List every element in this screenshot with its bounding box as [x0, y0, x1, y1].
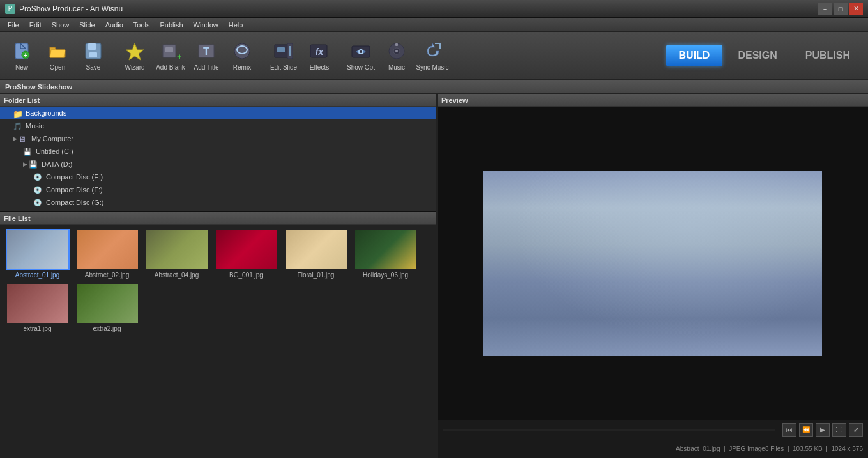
music-icon	[385, 40, 408, 63]
folder-open-icon: 📁	[13, 109, 23, 117]
toolbar-sep-2	[263, 40, 263, 72]
show-opt-button[interactable]: Show Opt	[344, 34, 377, 76]
menu-file[interactable]: File	[3, 20, 24, 30]
folder-item-drive-c[interactable]: 💾 Untitled (C:)	[0, 145, 436, 158]
folder-item-cdrom-g[interactable]: 💿 Compact Disc (G:)	[0, 196, 436, 209]
svg-rect-4	[88, 43, 96, 50]
edit-slide-icon	[272, 40, 295, 63]
svg-text:T: T	[203, 46, 209, 57]
computer-icon: 🖥	[19, 135, 29, 142]
design-button[interactable]: DESIGN	[725, 45, 789, 66]
folder-item-cdrom-f[interactable]: 💿 Compact Disc (F:)	[0, 183, 436, 196]
thumb-label-floral01: Floral_01.jpg	[296, 270, 336, 280]
folder-item-my-computer[interactable]: ▶ 🖥 My Computer	[0, 132, 436, 145]
wizard-icon	[123, 40, 146, 63]
show-opt-label: Show Opt	[347, 64, 375, 71]
folder-item-cdrom-e[interactable]: 💿 Compact Disc (E:)	[0, 171, 436, 183]
prev-slide-button[interactable]: ⏮	[782, 423, 796, 437]
thumb-label-extra2: extra2.jpg	[92, 324, 123, 333]
preview-image	[483, 171, 822, 356]
play-button[interactable]: ▶	[816, 423, 830, 437]
menu-help[interactable]: Help	[224, 20, 248, 30]
menu-tools[interactable]: Tools	[128, 20, 155, 30]
file-holidays06[interactable]: Holidays_06.jpg	[352, 229, 419, 280]
thumb-img-abstract01	[6, 229, 70, 270]
folder-item-music[interactable]: 🎵 Music	[0, 119, 436, 132]
svg-text:+: +	[177, 52, 181, 61]
app-title: ProShow Slideshow	[5, 83, 72, 91]
menu-audio[interactable]: Audio	[100, 20, 128, 30]
svg-marker-6	[126, 43, 144, 60]
menu-edit[interactable]: Edit	[24, 20, 47, 30]
zoom-button[interactable]: ⤢	[849, 423, 863, 437]
titlebar: P ProShow Producer - Ari Wisnu − □ ✕	[0, 0, 868, 18]
folder-item-drive-d[interactable]: ▶ 💾 DATA (D:)	[0, 158, 436, 171]
add-title-button[interactable]: T Add Title	[190, 34, 223, 76]
preview-controls: ⏮ ⏪ ▶ ⛶ ⤢	[438, 420, 868, 439]
sync-music-button[interactable]: Sync Music	[416, 34, 449, 76]
build-button[interactable]: BUILD	[666, 45, 723, 66]
thumb-img-holidays06	[354, 229, 418, 270]
thumb-label-abstract01: Abstract_01.jpg	[14, 270, 61, 280]
top-right-buttons: BUILD DESIGN PUBLISH	[666, 45, 863, 66]
file-list-header: File List	[0, 212, 436, 225]
toolbar: + New Open Save Wizard + Add Blank T Add…	[0, 32, 868, 80]
maximize-button[interactable]: □	[834, 3, 848, 15]
new-button[interactable]: + New	[5, 34, 38, 76]
thumb-img-abstract04	[145, 229, 209, 270]
save-button[interactable]: Save	[77, 34, 110, 76]
wizard-label: Wizard	[125, 64, 144, 71]
add-blank-button[interactable]: + Add Blank	[154, 34, 187, 76]
file-floral01[interactable]: Floral_01.jpg	[282, 229, 349, 280]
toolbar-sep-3	[340, 40, 340, 72]
file-abstract04[interactable]: Abstract_04.jpg	[143, 229, 210, 280]
close-button[interactable]: ✕	[849, 3, 863, 15]
file-extra2[interactable]: extra2.jpg	[73, 282, 141, 333]
expand-d-icon: ▶	[23, 161, 27, 167]
thumb-img-extra2	[75, 282, 139, 324]
effects-button[interactable]: fx Effects	[303, 34, 336, 76]
effects-icon: fx	[308, 40, 331, 63]
new-icon: +	[10, 40, 33, 63]
music-button[interactable]: Music	[380, 34, 413, 76]
preview-info: Abstract_01.jpg | JPEG Image 8 Files | 1…	[438, 439, 868, 458]
cdrom-g-icon: 💿	[33, 199, 43, 206]
file-abstract02[interactable]: Abstract_02.jpg	[73, 229, 141, 280]
file-extra1[interactable]: extra1.jpg	[4, 282, 71, 333]
window-controls: − □ ✕	[818, 3, 863, 15]
window-title: ProShow Producer - Ari Wisnu	[19, 4, 123, 13]
svg-point-24	[395, 50, 398, 52]
menu-publish[interactable]: Publish	[155, 20, 188, 30]
edit-slide-button[interactable]: Edit Slide	[267, 34, 300, 76]
file-bg001[interactable]: BG_001.jpg	[213, 229, 280, 280]
preview-filename: Abstract_01.jpg | JPEG Image	[676, 445, 765, 452]
folder-item-backgrounds[interactable]: 📁 Backgrounds	[0, 107, 436, 119]
open-button[interactable]: Open	[41, 34, 74, 76]
menu-window[interactable]: Window	[188, 20, 224, 30]
publish-button[interactable]: PUBLISH	[793, 45, 863, 66]
svg-rect-25	[395, 43, 398, 46]
folder-item-cdrom-h[interactable]: 💿 Compact Disc (H:)	[0, 209, 436, 211]
remix-button[interactable]: Remix	[225, 34, 259, 76]
file-section: File List Abstract_01.jpg Abstract_02.jp…	[0, 212, 436, 458]
fullscreen-button[interactable]: ⛶	[832, 423, 846, 437]
preview-area	[438, 107, 868, 420]
thumb-img-extra1	[6, 282, 70, 324]
menu-slide[interactable]: Slide	[74, 20, 100, 30]
file-abstract01[interactable]: Abstract_01.jpg	[4, 229, 71, 280]
svg-rect-8	[165, 47, 173, 52]
thumb-label-abstract02: Abstract_02.jpg	[84, 270, 131, 280]
menu-show[interactable]: Show	[47, 20, 75, 30]
rewind-button[interactable]: ⏪	[799, 423, 813, 437]
minimize-button[interactable]: −	[818, 3, 832, 15]
folder-list-header: Folder List	[0, 94, 436, 107]
svg-text:fx: fx	[316, 47, 324, 57]
edit-slide-label: Edit Slide	[270, 64, 297, 71]
menubar: File Edit Show Slide Audio Tools Publish…	[0, 18, 868, 32]
main-area: Folder List 📁 Backgrounds 🎵 Music ▶ 🖥 My	[0, 94, 868, 458]
svg-rect-14	[277, 47, 285, 52]
folder-list[interactable]: 📁 Backgrounds 🎵 Music ▶ 🖥 My Computer 💾	[0, 107, 436, 211]
expand-icon: ▶	[13, 135, 17, 142]
file-list[interactable]: Abstract_01.jpg Abstract_02.jpg Abstract…	[0, 225, 436, 458]
wizard-button[interactable]: Wizard	[118, 34, 151, 76]
